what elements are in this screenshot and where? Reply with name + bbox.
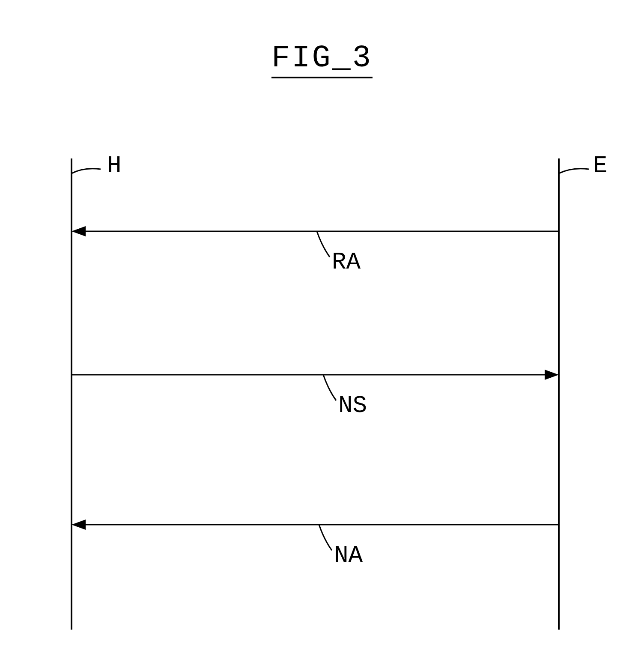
message-ra-label: RA [332, 248, 361, 276]
leader-ra [317, 231, 330, 257]
figure-title: FIG_3 [271, 41, 373, 78]
sequence-diagram [0, 0, 644, 660]
leader-e [559, 169, 589, 173]
lifeline-h-label: H [107, 152, 122, 179]
lifeline-e-label: E [593, 152, 608, 179]
leader-h [72, 169, 101, 173]
message-ns-label: NS [338, 392, 367, 419]
arrow-na-head [72, 520, 86, 530]
leader-na [319, 525, 332, 550]
arrow-ra-head [72, 226, 86, 236]
arrow-ns-head [545, 370, 559, 380]
leader-ns [323, 375, 336, 400]
message-na-label: NA [334, 542, 363, 569]
